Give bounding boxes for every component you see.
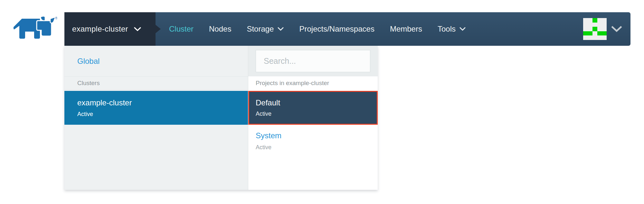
nav-item-tools[interactable]: Tools xyxy=(438,24,466,34)
nav-item-storage[interactable]: Storage xyxy=(247,24,284,34)
user-menu[interactable] xyxy=(583,12,630,46)
cluster-name: example-cluster xyxy=(77,98,248,107)
nav-items: Cluster Nodes Storage Projects/Namespace… xyxy=(169,12,583,46)
project-name: Default xyxy=(256,98,377,107)
registered-mark: ® xyxy=(55,16,57,20)
section-label-text: Clusters xyxy=(77,80,100,87)
project-row-system[interactable]: System Active xyxy=(248,125,378,151)
search-area xyxy=(248,46,378,76)
cluster-picker-label: example-cluster xyxy=(72,24,128,34)
nav-item-nodes[interactable]: Nodes xyxy=(209,24,231,34)
global-link[interactable]: Global xyxy=(77,57,99,66)
project-name: System xyxy=(256,131,378,140)
nav-item-projects-namespaces[interactable]: Projects/Namespaces xyxy=(299,24,374,34)
cluster-picker-dropdown[interactable]: example-cluster xyxy=(64,12,156,46)
nav-item-label: Projects/Namespaces xyxy=(299,24,374,34)
chevron-down-icon xyxy=(278,27,284,31)
project-status: Active xyxy=(256,144,378,151)
chevron-down-icon xyxy=(611,26,622,32)
chevron-down-icon xyxy=(459,27,466,31)
top-navbar: example-cluster Cluster Nodes Storage Pr… xyxy=(64,12,630,46)
cluster-status: Active xyxy=(77,111,248,118)
rancher-logo[interactable]: ® xyxy=(12,16,57,42)
clusters-column: Global Clusters example-cluster Active xyxy=(64,46,248,190)
user-avatar xyxy=(583,18,607,40)
project-status: Active xyxy=(256,111,377,117)
projects-column: Projects in example-cluster Default Acti… xyxy=(248,46,378,190)
nav-item-cluster[interactable]: Cluster xyxy=(169,24,194,34)
chevron-down-icon xyxy=(134,27,141,31)
cluster-row-example-cluster[interactable]: example-cluster Active xyxy=(64,91,248,125)
nav-item-label: Tools xyxy=(438,24,456,34)
page: ® example-cluster Cluster Nodes Storage xyxy=(0,0,644,204)
nav-item-members[interactable]: Members xyxy=(390,24,422,34)
project-row-default[interactable]: Default Active xyxy=(248,91,378,125)
nav-item-label: Cluster xyxy=(169,24,194,34)
global-row: Global xyxy=(64,46,248,76)
project-search-input[interactable] xyxy=(256,50,370,72)
clusters-section-label: Clusters xyxy=(64,76,248,90)
nav-item-label: Storage xyxy=(247,24,274,34)
projects-section-label: Projects in example-cluster xyxy=(248,76,378,90)
nav-item-label: Members xyxy=(390,24,422,34)
nav-item-label: Nodes xyxy=(209,24,231,34)
section-label-text: Projects in example-cluster xyxy=(256,80,329,87)
cluster-project-dropdown-panel: Global Clusters example-cluster Active P… xyxy=(64,46,378,190)
